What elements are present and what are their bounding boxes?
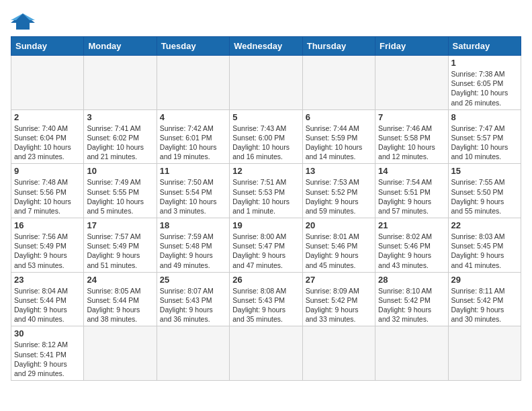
calendar-day-cell: 3Sunrise: 7:41 AM Sunset: 6:02 PM Daylig… [84, 109, 157, 164]
day-header-thursday: Thursday [302, 37, 375, 56]
day-number: 8 [451, 112, 518, 122]
day-number: 24 [87, 275, 153, 285]
day-info: Sunrise: 7:47 AM Sunset: 5:57 PM Dayligh… [451, 124, 518, 162]
day-number: 5 [232, 112, 299, 122]
day-info: Sunrise: 8:02 AM Sunset: 5:46 PM Dayligh… [378, 232, 445, 270]
day-number: 14 [378, 166, 445, 176]
calendar-day-cell: 30Sunrise: 8:12 AM Sunset: 5:41 PM Dayli… [11, 326, 84, 381]
day-info: Sunrise: 7:53 AM Sunset: 5:52 PM Dayligh… [306, 177, 372, 216]
day-number: 23 [14, 275, 81, 285]
day-number: 4 [160, 112, 226, 122]
day-number: 30 [14, 328, 81, 338]
day-number: 18 [160, 220, 226, 230]
day-number: 10 [87, 166, 153, 176]
calendar-day-cell [230, 326, 302, 381]
day-info: Sunrise: 7:46 AM Sunset: 5:58 PM Dayligh… [378, 124, 445, 162]
calendar-week-row: 30Sunrise: 8:12 AM Sunset: 5:41 PM Dayli… [11, 326, 521, 381]
calendar-day-cell: 13Sunrise: 7:53 AM Sunset: 5:52 PM Dayli… [302, 164, 375, 218]
day-number: 11 [160, 166, 226, 176]
day-number: 1 [451, 58, 518, 68]
calendar-day-cell: 29Sunrise: 8:11 AM Sunset: 5:42 PM Dayli… [448, 272, 521, 326]
day-info: Sunrise: 8:01 AM Sunset: 5:46 PM Dayligh… [306, 232, 372, 270]
calendar-day-cell: 15Sunrise: 7:55 AM Sunset: 5:50 PM Dayli… [448, 164, 521, 218]
calendar-week-row: 16Sunrise: 7:56 AM Sunset: 5:49 PM Dayli… [11, 218, 521, 273]
calendar-day-cell: 20Sunrise: 8:01 AM Sunset: 5:46 PM Dayli… [302, 218, 375, 273]
day-number: 12 [232, 166, 299, 176]
day-info: Sunrise: 7:56 AM Sunset: 5:49 PM Dayligh… [14, 232, 81, 270]
calendar-day-cell: 12Sunrise: 7:51 AM Sunset: 5:53 PM Dayli… [230, 164, 302, 218]
calendar-day-cell: 14Sunrise: 7:54 AM Sunset: 5:51 PM Dayli… [375, 164, 448, 218]
calendar-day-cell [84, 56, 157, 110]
day-info: Sunrise: 8:07 AM Sunset: 5:43 PM Dayligh… [160, 286, 226, 324]
calendar-day-cell [157, 56, 229, 110]
calendar-day-cell [448, 326, 521, 381]
calendar-day-cell: 8Sunrise: 7:47 AM Sunset: 5:57 PM Daylig… [448, 109, 521, 164]
calendar-day-cell [375, 326, 448, 381]
day-info: Sunrise: 7:51 AM Sunset: 5:53 PM Dayligh… [232, 177, 299, 216]
calendar-day-cell: 18Sunrise: 7:59 AM Sunset: 5:48 PM Dayli… [157, 218, 229, 273]
day-number: 13 [306, 166, 372, 176]
calendar-day-cell: 25Sunrise: 8:07 AM Sunset: 5:43 PM Dayli… [157, 272, 229, 326]
day-number: 26 [232, 275, 299, 285]
calendar-day-cell: 23Sunrise: 8:04 AM Sunset: 5:44 PM Dayli… [11, 272, 84, 326]
day-info: Sunrise: 8:09 AM Sunset: 5:42 PM Dayligh… [306, 286, 372, 324]
day-number: 19 [232, 220, 299, 230]
day-info: Sunrise: 7:49 AM Sunset: 5:55 PM Dayligh… [87, 177, 153, 216]
day-info: Sunrise: 8:12 AM Sunset: 5:41 PM Dayligh… [14, 340, 81, 378]
calendar-day-cell: 16Sunrise: 7:56 AM Sunset: 5:49 PM Dayli… [11, 218, 84, 273]
day-header-monday: Monday [84, 37, 157, 56]
day-info: Sunrise: 7:57 AM Sunset: 5:49 PM Dayligh… [87, 232, 153, 270]
day-info: Sunrise: 8:08 AM Sunset: 5:43 PM Dayligh… [232, 286, 299, 324]
calendar-day-cell: 4Sunrise: 7:42 AM Sunset: 6:01 PM Daylig… [157, 109, 229, 164]
calendar-day-cell: 22Sunrise: 8:03 AM Sunset: 5:45 PM Dayli… [448, 218, 521, 273]
day-number: 28 [378, 275, 445, 285]
calendar-table: SundayMondayTuesdayWednesdayThursdayFrid… [11, 36, 521, 381]
day-info: Sunrise: 7:54 AM Sunset: 5:51 PM Dayligh… [378, 177, 445, 216]
calendar-day-cell: 9Sunrise: 7:48 AM Sunset: 5:56 PM Daylig… [11, 164, 84, 218]
calendar-day-cell [302, 326, 375, 381]
calendar-day-cell: 24Sunrise: 8:05 AM Sunset: 5:44 PM Dayli… [84, 272, 157, 326]
day-info: Sunrise: 8:05 AM Sunset: 5:44 PM Dayligh… [87, 286, 153, 324]
calendar-day-cell [157, 326, 229, 381]
day-number: 15 [451, 166, 518, 176]
day-header-saturday: Saturday [448, 37, 521, 56]
day-number: 16 [14, 220, 81, 230]
day-number: 22 [451, 220, 518, 230]
calendar-header-row: SundayMondayTuesdayWednesdayThursdayFrid… [11, 37, 521, 56]
calendar-day-cell: 19Sunrise: 8:00 AM Sunset: 5:47 PM Dayli… [230, 218, 302, 273]
day-number: 20 [306, 220, 372, 230]
calendar-day-cell: 26Sunrise: 8:08 AM Sunset: 5:43 PM Dayli… [230, 272, 302, 326]
calendar-day-cell: 28Sunrise: 8:10 AM Sunset: 5:42 PM Dayli… [375, 272, 448, 326]
calendar-week-row: 23Sunrise: 8:04 AM Sunset: 5:44 PM Dayli… [11, 272, 521, 326]
day-number: 29 [451, 275, 518, 285]
day-info: Sunrise: 8:03 AM Sunset: 5:45 PM Dayligh… [451, 232, 518, 270]
day-info: Sunrise: 7:55 AM Sunset: 5:50 PM Dayligh… [451, 177, 518, 216]
calendar-day-cell [230, 56, 302, 110]
day-info: Sunrise: 7:41 AM Sunset: 6:02 PM Dayligh… [87, 124, 153, 162]
day-number: 27 [306, 275, 372, 285]
calendar-day-cell [375, 56, 448, 110]
day-info: Sunrise: 8:04 AM Sunset: 5:44 PM Dayligh… [14, 286, 81, 324]
day-number: 2 [14, 112, 81, 122]
day-number: 25 [160, 275, 226, 285]
calendar-day-cell: 27Sunrise: 8:09 AM Sunset: 5:42 PM Dayli… [302, 272, 375, 326]
day-info: Sunrise: 8:00 AM Sunset: 5:47 PM Dayligh… [232, 232, 299, 270]
calendar-day-cell: 10Sunrise: 7:49 AM Sunset: 5:55 PM Dayli… [84, 164, 157, 218]
day-number: 7 [378, 112, 445, 122]
calendar-day-cell: 11Sunrise: 7:50 AM Sunset: 5:54 PM Dayli… [157, 164, 229, 218]
day-header-wednesday: Wednesday [230, 37, 302, 56]
calendar-week-row: 9Sunrise: 7:48 AM Sunset: 5:56 PM Daylig… [11, 164, 521, 218]
day-header-friday: Friday [375, 37, 448, 56]
day-header-tuesday: Tuesday [157, 37, 229, 56]
day-header-sunday: Sunday [11, 37, 84, 56]
day-info: Sunrise: 7:50 AM Sunset: 5:54 PM Dayligh… [160, 177, 226, 216]
day-info: Sunrise: 8:11 AM Sunset: 5:42 PM Dayligh… [451, 286, 518, 324]
day-number: 21 [378, 220, 445, 230]
logo [11, 11, 38, 31]
calendar-week-row: 1Sunrise: 7:38 AM Sunset: 6:05 PM Daylig… [11, 56, 521, 110]
page-header [11, 11, 521, 31]
day-info: Sunrise: 7:42 AM Sunset: 6:01 PM Dayligh… [160, 124, 226, 162]
day-info: Sunrise: 7:40 AM Sunset: 6:04 PM Dayligh… [14, 124, 81, 162]
calendar-day-cell: 2Sunrise: 7:40 AM Sunset: 6:04 PM Daylig… [11, 109, 84, 164]
day-number: 9 [14, 166, 81, 176]
